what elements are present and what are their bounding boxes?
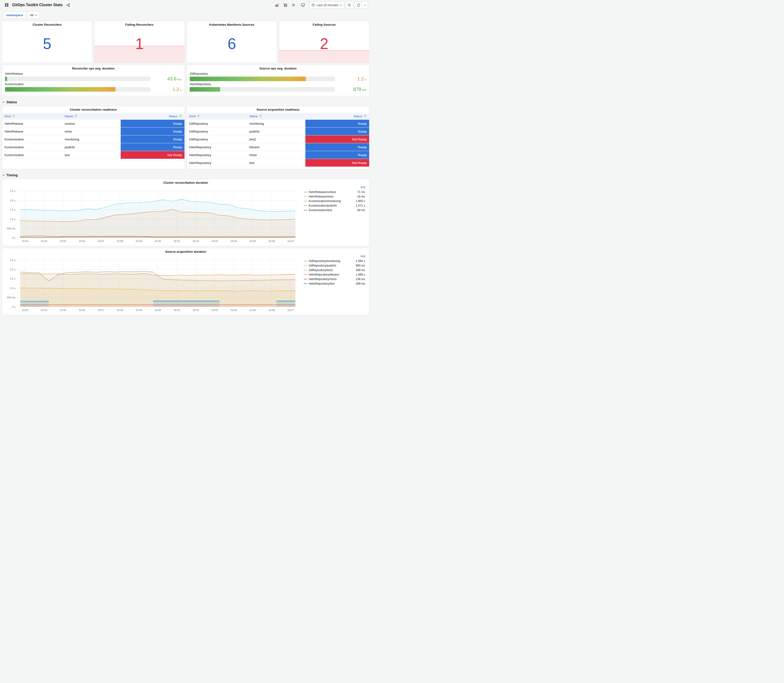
- chart-body: 15:5315:5415:5515:5615:5715:5815:5916:00…: [2, 185, 369, 245]
- status-badge: Ready: [121, 143, 184, 151]
- series-area: [20, 301, 49, 307]
- x-axis-label: 16:05: [249, 309, 256, 311]
- filter-icon[interactable]: [364, 115, 367, 118]
- chart-panel: Source acquisition duration15:5315:5415:…: [2, 248, 369, 315]
- legend-item[interactable]: HelmRepository/minio108 ms: [304, 277, 365, 281]
- stat-value: 6: [187, 21, 277, 63]
- tv-mode-button[interactable]: [300, 2, 306, 8]
- dashboards-grid-icon[interactable]: [3, 2, 10, 8]
- cell-kind: Kustomization: [2, 143, 63, 151]
- cell-kind: Kustomization: [2, 151, 63, 159]
- share-icon[interactable]: [65, 2, 71, 8]
- legend-header-avg[interactable]: avg: [304, 185, 365, 190]
- x-axis-label: 16:01: [173, 309, 180, 311]
- gauge-value-unit: s: [180, 88, 182, 91]
- panel-title[interactable]: Cluster reconciliation duration: [2, 179, 369, 185]
- panel-title[interactable]: Failing Sources: [279, 21, 369, 27]
- legend-item[interactable]: GitRepository/monitoring1.594 s: [304, 259, 365, 263]
- gauge-track: [190, 87, 335, 91]
- table-row: GitRepositorytest2Not Ready: [187, 135, 369, 143]
- save-dashboard-button[interactable]: [282, 2, 289, 8]
- legend-item[interactable]: GitRepository/podinfo980 ms: [304, 263, 365, 268]
- filter-icon[interactable]: [12, 115, 15, 118]
- y-axis-label: 2.5 s: [10, 259, 16, 261]
- legend-item[interactable]: HelmRelease/contour71 ms: [304, 190, 365, 194]
- legend-item[interactable]: HelmRepository/bitnami1.695 s: [304, 272, 365, 277]
- status-badge: Not Ready: [121, 151, 184, 159]
- legend-label: Kustomization/test: [309, 208, 332, 212]
- y-axis-label: 2.5 s: [10, 190, 16, 192]
- legend-avg-value: 1.594 s: [356, 260, 365, 263]
- column-header-kind[interactable]: Kind: [187, 113, 247, 120]
- status-badge: Not Ready: [305, 159, 369, 167]
- filter-icon[interactable]: [179, 115, 182, 118]
- x-axis-label: 16:02: [192, 240, 199, 242]
- section-timing[interactable]: Timing: [2, 171, 369, 179]
- cell-kind: GitRepository: [187, 135, 247, 143]
- gauge-label: HelmRelease: [5, 72, 181, 75]
- column-header-kind[interactable]: Kind: [2, 113, 63, 120]
- legend-item[interactable]: HelmRelease/minio16 ms: [304, 194, 365, 199]
- gauge-fill: [190, 77, 306, 81]
- time-range-picker[interactable]: Last 15 minutes: [309, 2, 344, 8]
- gauge-value-number: 43.6: [167, 76, 176, 82]
- cell-kind: HelmRepository: [187, 159, 247, 167]
- legend-label: GitRepository/monitoring: [309, 260, 340, 263]
- legend-item[interactable]: GitRepository/test2338 ms: [304, 268, 365, 272]
- namespace-filter-dropdown[interactable]: All: [27, 11, 40, 19]
- legend-label: HelmRepository/test: [309, 282, 334, 285]
- panel-title[interactable]: Failing Reconcilers: [95, 21, 184, 27]
- table: KindNameStatusHelmReleasecontourReadyHel…: [2, 113, 184, 159]
- add-panel-button[interactable]: [274, 2, 281, 8]
- column-header-name[interactable]: Name: [63, 113, 121, 120]
- dashboard-settings-button[interactable]: [290, 2, 297, 8]
- column-header-status[interactable]: Status: [121, 113, 184, 120]
- panel-title[interactable]: Cluster Reconcilers: [2, 21, 92, 27]
- y-axis-label: 1.5 s: [10, 208, 16, 211]
- column-header-name[interactable]: Name: [247, 113, 305, 120]
- gauge-value-unit: s: [365, 78, 367, 81]
- legend-item[interactable]: Kustomization/monitoring1.605 s: [304, 199, 365, 203]
- gauge-line: 43.6ms: [5, 76, 181, 82]
- cell-kind: HelmRelease: [2, 128, 63, 135]
- gauge-fill: [5, 77, 7, 81]
- panel-title[interactable]: Source acquisition readiness: [187, 106, 369, 112]
- cell-name: contour: [63, 120, 121, 127]
- legend-label: GitRepository/podinfo: [309, 264, 336, 267]
- panel-title[interactable]: Kubernetes Manifests Sources: [187, 21, 277, 27]
- y-axis-label: 1.0 s: [10, 218, 16, 221]
- panel-title[interactable]: Cluster reconciliation readiness: [2, 106, 184, 112]
- x-axis-label: 15:54: [41, 240, 47, 242]
- cell-status: Ready: [305, 120, 369, 127]
- section-status[interactable]: Status: [2, 98, 369, 106]
- chart-body: 15:5315:5415:5515:5615:5715:5815:5916:00…: [2, 254, 369, 314]
- table-row: KustomizationtestNot Ready: [2, 151, 184, 159]
- refresh-interval-dropdown[interactable]: [362, 2, 368, 8]
- legend-header-avg[interactable]: avg: [304, 254, 365, 259]
- chart-plot[interactable]: 15:5315:5415:5515:5615:5715:5815:5916:00…: [3, 185, 300, 245]
- x-axis-label: 15:56: [79, 309, 85, 311]
- column-header-label: Kind: [5, 114, 11, 118]
- filter-icon[interactable]: [259, 115, 262, 118]
- legend-item[interactable]: HelmRepository/test289 ms: [304, 281, 365, 286]
- filter-icon[interactable]: [74, 115, 77, 118]
- legend-item[interactable]: Kustomization/podinfo1.071 s: [304, 203, 365, 208]
- chart-plot[interactable]: 15:5315:5415:5515:5615:5715:5815:5916:00…: [3, 254, 300, 314]
- header-toolbar: Last 15 minutes: [274, 2, 368, 8]
- cell-kind: HelmRepository: [187, 143, 247, 151]
- y-axis-label: 2.0 s: [10, 199, 16, 202]
- zoom-out-button[interactable]: [346, 2, 353, 8]
- panel-title[interactable]: Source acquisition duration: [2, 248, 369, 254]
- refresh-button[interactable]: [354, 2, 362, 8]
- column-header-status[interactable]: Status: [305, 113, 369, 120]
- filter-icon[interactable]: [197, 115, 200, 118]
- status-badge: Ready: [121, 128, 184, 135]
- series-area: [153, 301, 220, 307]
- legend-color-dash: [304, 210, 307, 210]
- panel-title[interactable]: Source ops avg. duration: [190, 65, 366, 71]
- legend-item[interactable]: Kustomization/test84 ms: [304, 208, 365, 212]
- chart-legend: avgGitRepository/monitoring1.594 sGitRep…: [302, 254, 367, 314]
- panel-title[interactable]: Reconciler ops avg. duration: [5, 65, 181, 71]
- filter-bar: namespace All: [2, 10, 369, 21]
- status-badge: Ready: [305, 151, 369, 159]
